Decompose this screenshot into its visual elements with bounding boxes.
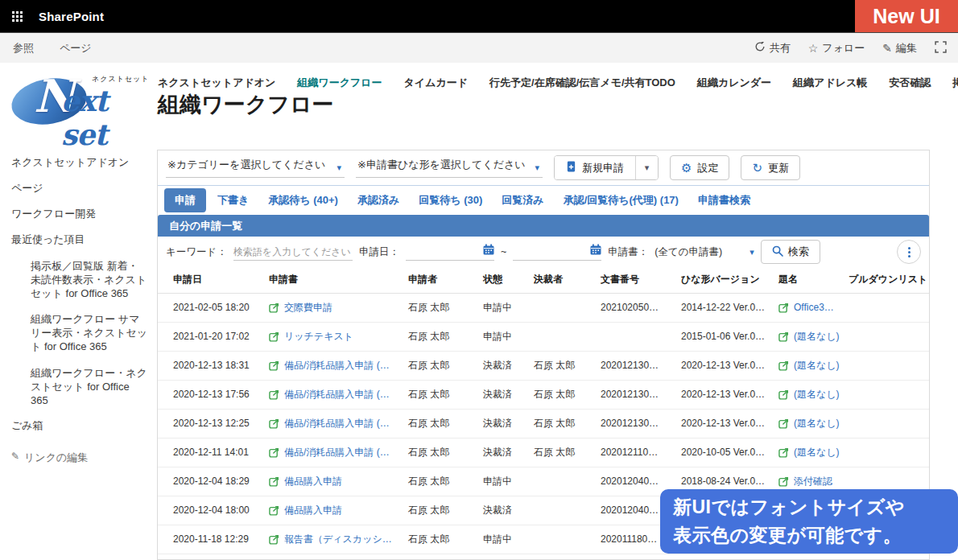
open-title-icon[interactable] [778, 331, 789, 342]
open-form-icon[interactable] [269, 476, 279, 487]
form-link[interactable]: 備品/消耗品購入申請 (… [284, 417, 390, 430]
ribbon-tab-page[interactable]: ページ [60, 41, 92, 56]
col-8[interactable]: 題名 [775, 267, 845, 293]
nav-item-5[interactable]: 組織カレンダー [697, 76, 771, 90]
col-4[interactable]: 状態 [480, 267, 531, 293]
title-link[interactable]: (題名なし) [794, 359, 840, 373]
title-link[interactable]: (題名なし) [794, 330, 840, 344]
cell-approver [531, 293, 597, 322]
open-form-icon[interactable] [269, 447, 279, 458]
settings-button[interactable]: ⚙ 設定 [670, 155, 729, 180]
calendar-icon[interactable] [483, 244, 494, 257]
open-form-icon[interactable] [269, 418, 279, 429]
keyword-label: キーワード： [166, 245, 227, 259]
col-9[interactable]: プルダウンリスト [845, 267, 930, 293]
cell-applicant: 石原 太郎 [405, 380, 480, 409]
col-7[interactable]: ひな形バージョン [678, 267, 775, 293]
form-link[interactable]: 報告書（ディスカッシ… [284, 533, 392, 546]
nav-item-7[interactable]: 安否確認 [889, 76, 931, 90]
refresh-button[interactable]: ↻ 更新 [741, 155, 800, 180]
open-title-icon[interactable] [778, 447, 789, 458]
date-from-field[interactable] [406, 244, 494, 261]
keyword-input[interactable] [233, 243, 353, 261]
cell-date: 2020-11-18 12:29 [158, 525, 266, 554]
open-form-icon[interactable] [269, 303, 279, 313]
col-3[interactable]: 申請者 [405, 267, 480, 293]
sidebar-item-7[interactable]: 組織ワークフロー・ネクストセット for Office 365 [31, 366, 148, 407]
app-launcher-icon[interactable] [12, 11, 23, 22]
more-options-button[interactable] [897, 240, 921, 264]
tab-4[interactable]: 承認済み [349, 188, 407, 212]
sidebar-item-1[interactable]: ネクストセットアドオン [11, 156, 148, 170]
open-title-icon[interactable] [778, 303, 789, 313]
template-select[interactable]: ※申請書ひな形を選択してください ▾ [356, 158, 543, 178]
share-button[interactable]: 共有 [754, 41, 791, 56]
focus-mode-button[interactable] [935, 41, 947, 56]
open-form-icon[interactable] [269, 389, 279, 400]
new-request-dropdown[interactable]: ▾ [635, 156, 658, 179]
tab-2[interactable]: 下書き [209, 188, 257, 212]
form-link[interactable]: 備品/消耗品購入申請 (… [284, 388, 390, 401]
nav-item-3[interactable]: タイムカード [404, 76, 469, 90]
calendar-icon[interactable] [590, 244, 601, 257]
form-link[interactable]: 交際費申請 [284, 301, 332, 315]
tab-5[interactable]: 回覧待ち (30) [411, 188, 490, 212]
sidebar-item-8[interactable]: ごみ箱 [11, 419, 148, 433]
edit-links-button[interactable]: ✎ リンクの編集 [11, 451, 148, 465]
date-to-field[interactable] [513, 244, 601, 261]
open-form-icon[interactable] [269, 534, 279, 545]
tab-3[interactable]: 承認待ち (40+) [260, 188, 346, 212]
date-from-input[interactable] [406, 245, 480, 257]
ribbon-tab-browse[interactable]: 参照 [13, 41, 34, 56]
edit-button[interactable]: ✎ 編集 [882, 41, 917, 56]
form-link[interactable]: 備品/消耗品購入申請 (… [284, 359, 390, 373]
share-icon [754, 41, 766, 55]
new-request-button[interactable]: 新規申請 [555, 156, 635, 179]
nav-item-8[interactable]: 掲示板/回覧板 [952, 76, 958, 90]
open-title-icon[interactable] [778, 476, 789, 487]
form-type-value: (全ての申請書) [654, 245, 722, 259]
share-label: 共有 [770, 41, 791, 56]
open-title-icon[interactable] [778, 389, 789, 400]
nav-item-2[interactable]: 組織ワークフロー [297, 76, 382, 90]
sidebar-item-2[interactable]: ページ [11, 182, 148, 196]
follow-button[interactable]: ☆ フォロー [808, 41, 865, 56]
title-link[interactable]: (題名なし) [794, 388, 840, 401]
open-title-icon[interactable] [778, 418, 789, 429]
col-6[interactable]: 文書番号 [597, 267, 678, 293]
search-button[interactable]: 検索 [761, 240, 820, 264]
nextset-logo[interactable]: N ext set ネクストセット [10, 69, 155, 134]
cell-applicant: 石原 太郎 [405, 293, 480, 322]
col-5[interactable]: 決裁者 [531, 267, 597, 293]
open-form-icon[interactable] [269, 505, 279, 516]
title-link[interactable]: Office3… [794, 302, 834, 313]
cell-applicant: 石原 太郎 [405, 409, 480, 438]
sidebar-item-6[interactable]: 組織ワークフロー サマリー表示・ネクストセット for Office 365 [31, 312, 148, 353]
title-link[interactable]: (題名なし) [794, 417, 840, 430]
category-select[interactable]: ※カテゴリーを選択してください ▾ [166, 158, 345, 178]
form-link[interactable]: リッチテキスト [284, 330, 353, 344]
tab-1[interactable]: 申請 [164, 188, 206, 212]
title-link[interactable]: 添付確認 [794, 475, 832, 488]
form-link[interactable]: 備品購入申請 [284, 475, 342, 488]
col-2[interactable]: 申請書 [266, 267, 405, 293]
tab-8[interactable]: 申請書検索 [690, 188, 758, 212]
col-1[interactable]: 申請日 [158, 267, 266, 293]
open-title-icon[interactable] [778, 360, 789, 371]
nav-item-4[interactable]: 行先予定/在席確認/伝言メモ/共有TODO [489, 76, 675, 90]
nav-item-1[interactable]: ネクストセットアドオン [158, 76, 275, 90]
settings-label: 設定 [697, 161, 718, 175]
form-type-select[interactable]: (全ての申請書) ▾ [654, 245, 754, 259]
sidebar-item-3[interactable]: ワークフロー開発 [11, 208, 148, 221]
nav-item-6[interactable]: 組織アドレス帳 [793, 76, 867, 90]
tab-6[interactable]: 回覧済み [493, 188, 551, 212]
open-form-icon[interactable] [269, 331, 279, 342]
tab-7[interactable]: 承認/回覧待ち(代理) (17) [555, 188, 687, 212]
open-form-icon[interactable] [269, 360, 279, 371]
title-link[interactable]: (題名なし) [794, 446, 840, 459]
date-to-input[interactable] [513, 245, 587, 257]
form-link[interactable]: 備品購入申請 [284, 504, 342, 517]
form-link[interactable]: 備品/消耗品購入申請 (… [284, 446, 390, 459]
sidebar-item-5[interactable]: 掲示板／回覧版 新着・未読件数表示・ネクストセット for Office 365 [31, 259, 148, 300]
sidebar-item-4[interactable]: 最近使った項目 [11, 233, 148, 247]
